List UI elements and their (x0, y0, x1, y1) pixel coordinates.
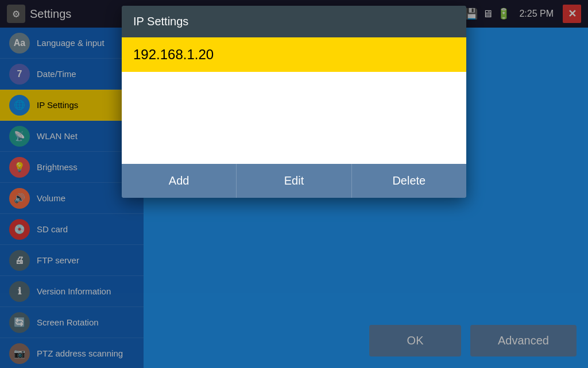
edit-button[interactable]: Edit (237, 164, 351, 198)
dialog-list[interactable]: 192.168.1.20 (122, 37, 466, 164)
dialog-actions: Add Edit Delete (122, 164, 466, 198)
dialog-title: IP Settings (122, 6, 466, 37)
dialog-overlay: IP Settings 192.168.1.20 Add Edit Delete (0, 0, 588, 368)
dialog-list-item-ip1[interactable]: 192.168.1.20 (122, 37, 466, 72)
ip-settings-dialog: IP Settings 192.168.1.20 Add Edit Delete (122, 6, 466, 198)
delete-button[interactable]: Delete (352, 164, 466, 198)
add-button[interactable]: Add (122, 164, 237, 198)
